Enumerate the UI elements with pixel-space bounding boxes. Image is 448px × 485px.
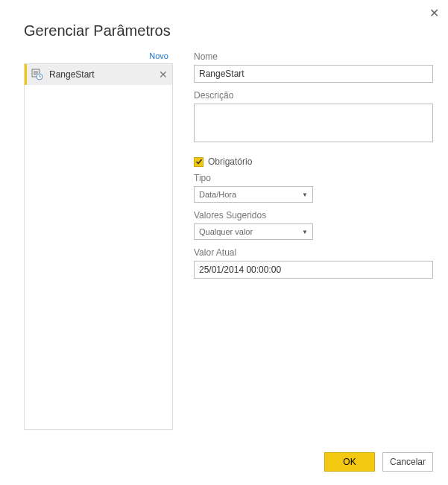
current-value-input[interactable] [194,261,433,279]
name-label: Nome [194,51,433,62]
type-select-value: Data/Hora [199,190,236,199]
required-checkbox[interactable] [194,157,204,167]
type-label: Tipo [194,173,433,183]
parameter-item-rangestart[interactable]: RangeStart ✕ [25,64,172,85]
required-label: Obrigatório [208,156,252,167]
cancel-button[interactable]: Cancelar [382,452,433,472]
type-select[interactable]: Data/Hora ▼ [194,186,313,203]
suggested-values-label: Valores Sugeridos [194,210,433,221]
chevron-down-icon: ▼ [302,191,308,198]
ok-button[interactable]: OK [324,452,375,472]
suggested-values-value: Qualquer valor [199,227,253,236]
delete-parameter-icon[interactable]: ✕ [159,69,168,80]
suggested-values-select[interactable]: Qualquer valor ▼ [194,224,313,240]
close-icon[interactable]: ✕ [429,7,439,19]
chevron-down-icon: ▼ [302,229,308,235]
current-value-label: Valor Atual [194,247,433,258]
new-parameter-link[interactable]: Novo [24,51,173,63]
dialog-title: Gerenciar Parâmetros [0,0,448,39]
description-label: Descrição [194,90,433,101]
name-input[interactable] [194,65,433,83]
description-input[interactable] [194,104,433,142]
parameter-item-label: RangeStart [49,69,159,80]
parameter-icon [31,69,43,80]
parameter-list: RangeStart ✕ [24,63,173,430]
